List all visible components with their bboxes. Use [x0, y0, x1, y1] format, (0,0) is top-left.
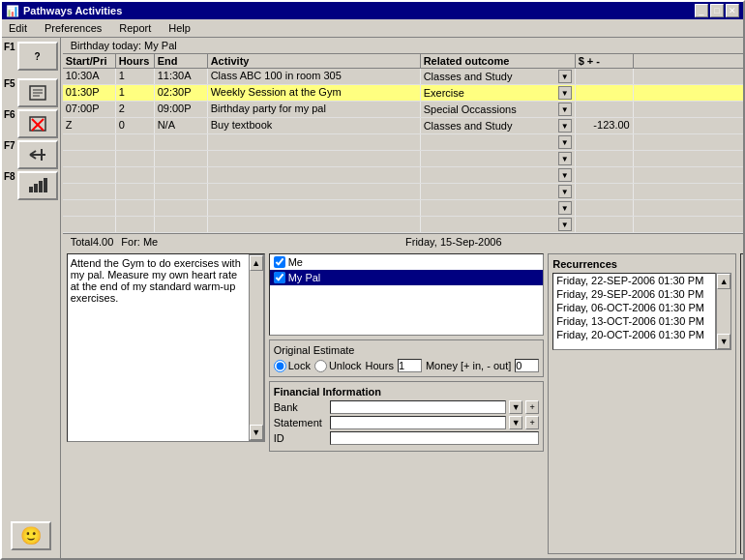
recurrence-item[interactable]: Friday, 06-OCT-2006 01:30 PM [553, 301, 715, 314]
end-input-5[interactable] [158, 152, 204, 163]
cell-outcome-0[interactable]: ▼ [421, 69, 576, 84]
cell-end-8[interactable] [155, 200, 208, 216]
f6-button[interactable] [17, 109, 58, 138]
outcome-input-4[interactable] [424, 136, 558, 148]
me-checkbox[interactable] [274, 256, 285, 268]
activity-input-3[interactable] [211, 119, 417, 131]
cell-hours-3[interactable] [116, 118, 155, 133]
cell-outcome-9[interactable]: ▼ [421, 217, 576, 232]
end-input-7[interactable] [158, 185, 204, 196]
statement-input[interactable] [330, 416, 507, 429]
end-input-6[interactable] [158, 168, 204, 180]
outcome-dropdown-btn-7[interactable]: ▼ [558, 185, 572, 198]
cell-start-8[interactable] [63, 200, 116, 216]
lock-radio[interactable] [274, 360, 286, 372]
recurrence-item[interactable]: Friday, 20-OCT-2006 01:30 PM [553, 328, 715, 341]
bank-input[interactable] [330, 400, 507, 414]
notes-scroll-up[interactable]: ▲ [250, 255, 263, 271]
cell-start-2[interactable] [63, 102, 116, 117]
outcome-dropdown-btn-1[interactable]: ▼ [558, 86, 572, 100]
cell-hours-7[interactable] [116, 184, 155, 199]
outcome-dropdown-btn-9[interactable]: ▼ [558, 218, 572, 231]
cell-start-6[interactable] [63, 167, 116, 183]
hours-input-1[interactable] [119, 86, 151, 98]
cell-activity-1[interactable] [208, 85, 421, 101]
cell-outcome-8[interactable]: ▼ [421, 200, 576, 216]
bank-dropdown-btn[interactable]: ▼ [509, 400, 522, 414]
activity-input-9[interactable] [211, 218, 417, 229]
cell-outcome-7[interactable]: ▼ [421, 184, 576, 199]
cell-money-2[interactable] [576, 102, 634, 117]
hours-input-3[interactable] [119, 119, 151, 131]
recurrence-item[interactable]: Friday, 29-SEP-2006 01:30 PM [553, 287, 715, 301]
person-me-row[interactable]: Me [270, 254, 544, 270]
cell-end-1[interactable] [155, 85, 208, 101]
money-input-7[interactable] [579, 185, 630, 196]
end-input-2[interactable] [158, 103, 204, 114]
outcome-input-0[interactable] [424, 71, 558, 82]
outcome-dropdown-btn-2[interactable]: ▼ [558, 103, 572, 116]
cell-outcome-6[interactable]: ▼ [421, 167, 576, 183]
outcome-input-6[interactable] [424, 169, 558, 181]
end-input-4[interactable] [158, 135, 204, 147]
hours-input-2[interactable] [119, 103, 151, 114]
money-input[interactable] [515, 359, 539, 372]
cell-start-5[interactable] [63, 151, 116, 166]
money-input-0[interactable] [579, 70, 630, 81]
outcome-input-5[interactable] [424, 153, 558, 164]
activity-input-6[interactable] [211, 168, 417, 180]
maximize-button[interactable]: □ [710, 4, 724, 17]
menu-report[interactable]: Report [116, 21, 154, 35]
cell-money-3[interactable] [576, 118, 634, 133]
cell-start-4[interactable] [63, 134, 116, 150]
cell-activity-4[interactable] [208, 134, 421, 150]
cell-hours-6[interactable] [116, 167, 155, 183]
f1-button[interactable]: ? [17, 42, 58, 71]
activity-input-5[interactable] [211, 152, 417, 163]
cell-start-3[interactable] [63, 118, 116, 133]
cell-money-7[interactable] [576, 184, 634, 199]
close-button[interactable]: ✕ [726, 4, 739, 17]
menu-edit[interactable]: Edit [6, 21, 30, 35]
start-input-8[interactable] [66, 201, 112, 213]
outcome-input-9[interactable] [424, 219, 558, 230]
notes-scrollbar[interactable]: ▲ ▼ [249, 254, 264, 441]
rec-scroll-down[interactable]: ▼ [717, 334, 730, 349]
outcome-input-8[interactable] [424, 202, 558, 214]
end-input-1[interactable] [158, 86, 204, 98]
id-input[interactable] [330, 431, 540, 445]
start-input-9[interactable] [66, 218, 112, 229]
cell-hours-0[interactable] [116, 69, 155, 84]
recurrences-scrollbar[interactable]: ▲ ▼ [716, 273, 731, 350]
cell-end-6[interactable] [155, 167, 208, 183]
cell-money-8[interactable] [576, 200, 634, 216]
hours-input-6[interactable] [119, 168, 151, 180]
start-input-4[interactable] [66, 135, 112, 147]
rec-scroll-up[interactable]: ▲ [717, 274, 730, 289]
cell-hours-5[interactable] [116, 151, 155, 166]
cell-start-0[interactable] [63, 69, 116, 84]
cell-end-4[interactable] [155, 134, 208, 150]
notes-scroll-thumb[interactable] [250, 271, 263, 425]
outcome-dropdown-btn-3[interactable]: ▼ [558, 119, 572, 133]
activity-input-1[interactable] [211, 86, 417, 98]
money-input-9[interactable] [579, 218, 630, 229]
f5-button[interactable] [17, 78, 58, 107]
cell-hours-9[interactable] [116, 217, 155, 232]
cell-end-0[interactable] [155, 69, 208, 84]
outcome-dropdown-btn-0[interactable]: ▼ [558, 70, 572, 83]
cell-hours-2[interactable] [116, 102, 155, 117]
notes-scroll-down[interactable]: ▼ [250, 425, 263, 440]
mypal-checkbox[interactable] [274, 272, 285, 283]
activity-input-8[interactable] [211, 201, 417, 213]
start-input-2[interactable] [66, 103, 112, 114]
cell-money-4[interactable] [576, 134, 634, 150]
recurrences-list[interactable]: Friday, 22-SEP-2006 01:30 PMFriday, 29-S… [552, 273, 716, 350]
menu-help[interactable]: Help [165, 21, 194, 35]
cell-start-7[interactable] [63, 184, 116, 199]
cell-hours-8[interactable] [116, 200, 155, 216]
money-input-4[interactable] [579, 135, 630, 147]
menu-preferences[interactable]: Preferences [42, 21, 104, 35]
cell-money-0[interactable] [576, 69, 634, 84]
outcome-dropdown-btn-4[interactable]: ▼ [558, 135, 572, 149]
